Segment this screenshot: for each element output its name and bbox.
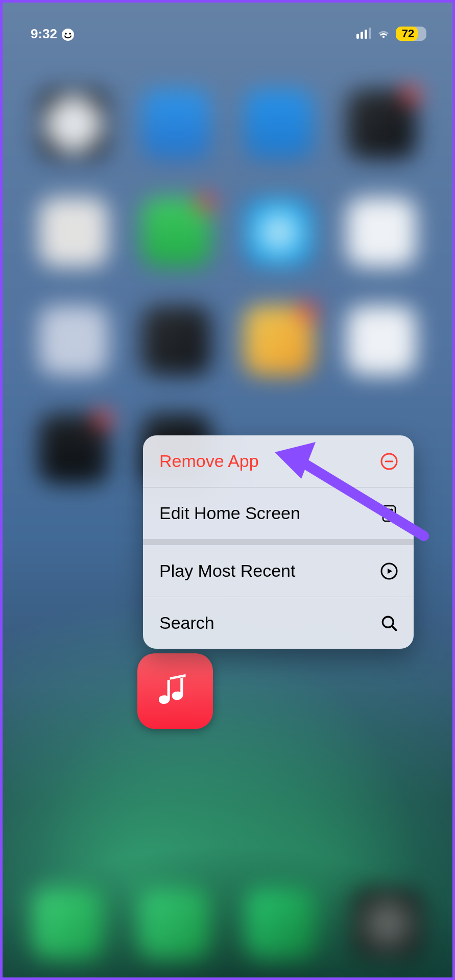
menu-label-search: Search xyxy=(159,613,214,633)
app-icon-blurred xyxy=(244,198,314,267)
wifi-icon xyxy=(377,27,390,40)
dock-app-icon-blurred xyxy=(138,888,210,959)
dock-app-icon-blurred xyxy=(352,888,423,959)
search-icon xyxy=(380,614,398,632)
menu-label-remove-app: Remove App xyxy=(159,451,259,471)
app-icon-blurred xyxy=(39,198,108,267)
face-icon xyxy=(61,26,75,42)
menu-item-play-most-recent[interactable]: Play Most Recent xyxy=(143,545,414,597)
dock-app-icon-blurred xyxy=(32,888,103,959)
app-icon-blurred xyxy=(347,89,416,159)
app-icon-blurred xyxy=(39,89,108,159)
svg-point-11 xyxy=(391,512,392,513)
status-right: 72 xyxy=(356,27,426,41)
app-icon-blurred xyxy=(244,89,314,159)
svg-point-7 xyxy=(389,509,390,510)
app-icon-blurred xyxy=(141,198,211,267)
dock xyxy=(14,878,441,968)
app-icon-blurred xyxy=(141,306,211,375)
menu-label-edit-home-screen: Edit Home Screen xyxy=(159,503,300,523)
svg-point-10 xyxy=(389,512,390,513)
app-icon-blurred xyxy=(39,414,108,483)
app-icon-blurred xyxy=(244,306,314,375)
play-circle-icon xyxy=(380,562,398,580)
svg-point-6 xyxy=(386,509,388,510)
svg-point-8 xyxy=(391,509,392,510)
battery-indicator: 72 xyxy=(396,27,426,41)
menu-item-search[interactable]: Search xyxy=(143,597,414,649)
status-time: 9:32 xyxy=(31,26,57,42)
svg-point-9 xyxy=(386,512,388,513)
app-context-menu: Remove App Edit Home Screen Play Most Re… xyxy=(143,435,414,649)
app-icon-blurred xyxy=(347,198,416,267)
svg-point-2 xyxy=(69,33,71,35)
svg-point-0 xyxy=(62,29,74,41)
minus-circle-icon xyxy=(380,452,398,471)
grid-apps-icon xyxy=(380,504,398,523)
menu-label-play-most-recent: Play Most Recent xyxy=(159,561,295,581)
app-icon-blurred xyxy=(39,306,108,375)
app-icon-blurred xyxy=(141,89,211,159)
svg-line-14 xyxy=(392,626,396,630)
status-left: 9:32 xyxy=(31,26,75,42)
menu-item-remove-app[interactable]: Remove App xyxy=(143,435,414,487)
battery-percent: 72 xyxy=(396,27,426,41)
dock-app-icon-blurred xyxy=(245,888,317,959)
app-icon-blurred xyxy=(347,306,416,375)
music-note-icon xyxy=(154,670,196,712)
cellular-signal-icon xyxy=(356,29,371,39)
menu-item-edit-home-screen[interactable]: Edit Home Screen xyxy=(143,487,414,539)
svg-point-1 xyxy=(65,33,67,35)
status-bar: 9:32 72 xyxy=(0,23,455,44)
app-icon-music[interactable] xyxy=(137,653,213,729)
